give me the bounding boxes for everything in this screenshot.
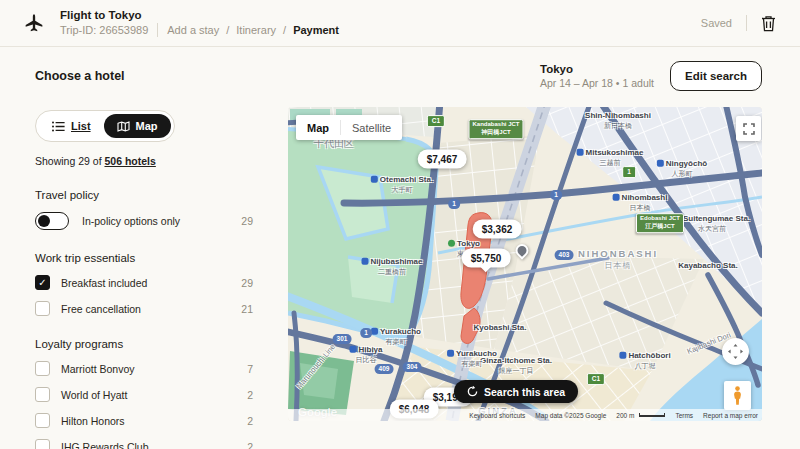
trip-title: Flight to Tokyo — [60, 9, 339, 21]
filter-checkbox[interactable] — [35, 275, 50, 290]
route-shield: C1 — [587, 373, 605, 385]
route-shield: 409 — [375, 364, 394, 374]
metro-icon — [349, 346, 356, 353]
search-this-area-button[interactable]: Search this area — [454, 380, 578, 403]
metro-icon — [613, 194, 620, 201]
hotel-price-marker[interactable]: $5,750 — [462, 249, 511, 268]
filter-row: Free cancellation21 — [35, 301, 253, 316]
report-map-error-link[interactable]: Report a map error — [703, 412, 758, 419]
filter-label: Free cancellation — [61, 303, 141, 315]
map-place-name-jp: 二重橋前 — [361, 268, 422, 276]
junction-name: Edobashi JCT — [640, 215, 680, 223]
metro-icon — [371, 176, 378, 183]
filter-label: Marriott Bonvoy — [61, 363, 135, 375]
breadcrumb-separator: / — [226, 24, 229, 36]
divider — [746, 15, 747, 31]
fullscreen-button[interactable] — [736, 116, 761, 141]
map-place-name: Otemachi Sta. — [371, 175, 433, 184]
map-place-name: Yurakucho — [447, 349, 497, 358]
trip-meta-row: Trip-ID: 26653989 Add a stay/Itinerary/P… — [60, 23, 339, 37]
map-place-label: Hatchōbori八丁堀 — [619, 344, 670, 370]
route-shield: 304 — [403, 362, 422, 372]
map-place-name-jp: 千代田区 — [306, 138, 361, 150]
pegman-control[interactable] — [724, 381, 751, 410]
trash-icon[interactable] — [761, 15, 776, 32]
filter-row: World of Hyatt2 — [35, 387, 253, 402]
refresh-icon — [467, 386, 478, 397]
results-count: Showing 29 of 506 hotels — [35, 155, 253, 167]
route-shield: 301 — [333, 334, 352, 344]
map-place-label: Hibiya日比谷 — [349, 338, 382, 364]
map-view-button[interactable]: Map — [104, 114, 171, 138]
tree-icon — [448, 240, 455, 247]
map-type-map[interactable]: Map — [296, 122, 340, 134]
top-bar-right: Saved — [701, 15, 800, 32]
filter-count: 21 — [241, 303, 253, 315]
route-shield: 1 — [622, 166, 636, 178]
breadcrumb-item[interactable]: Payment — [293, 24, 339, 36]
filter-label: Hilton Honors — [61, 415, 125, 427]
page-title: Choose a hotel — [35, 69, 125, 83]
filter-checkbox[interactable] — [35, 361, 50, 376]
filter-checkbox[interactable] — [35, 387, 50, 402]
terms-link[interactable]: Terms — [675, 412, 693, 419]
pegman-icon — [732, 386, 743, 406]
map-place-name: Tokyo — [448, 239, 480, 248]
junction-name-jp: 江戸橋JCT — [640, 223, 680, 231]
filter-checkbox[interactable] — [35, 439, 50, 449]
metro-icon — [577, 149, 584, 156]
filter-checkbox[interactable] — [35, 301, 50, 316]
map-place-name: Mitsukoshimae — [577, 148, 644, 157]
plane-logo-icon[interactable] — [24, 13, 44, 33]
work-trip-heading: Work trip essentials — [35, 252, 253, 264]
in-policy-toggle[interactable] — [35, 212, 69, 230]
route-shield: 403 — [555, 250, 574, 260]
edit-search-button[interactable]: Edit search — [670, 61, 762, 91]
map-place-label: Otemachi Sta.大手町 — [371, 168, 433, 194]
breadcrumb-item[interactable]: Itinerary — [236, 24, 276, 36]
route-shield: 1 — [550, 190, 562, 200]
map-place-label: Ningyōchō人形町 — [657, 152, 707, 178]
results-count-link[interactable]: 506 hotels — [104, 155, 155, 167]
in-policy-label: In-policy options only — [82, 215, 180, 227]
filter-checkbox[interactable] — [35, 413, 50, 428]
breadcrumb-item[interactable]: Add a stay — [167, 24, 219, 36]
in-policy-count: 29 — [241, 215, 253, 227]
map-place-label: NIHONBASHI日本橋 — [578, 243, 658, 271]
map-type-satellite[interactable]: Satellite — [341, 122, 402, 134]
pan-control[interactable] — [722, 338, 749, 365]
hotel-price-marker[interactable]: $3,362 — [473, 220, 522, 239]
hotel-map[interactable]: Chiyoda City千代田区Otemachi Sta.大手町Nijubash… — [288, 107, 762, 421]
map-place-label: Kyobashi Sta. — [474, 316, 527, 334]
filter-count: 29 — [241, 277, 253, 289]
travel-policy-heading: Travel policy — [35, 189, 253, 201]
trip-id: Trip-ID: 26653989 — [60, 24, 148, 36]
map-data-label: Map data ©2025 Google — [535, 412, 606, 419]
hotel-price-marker[interactable]: $7,467 — [418, 150, 467, 169]
pan-arrows-icon — [728, 344, 743, 359]
top-bar: Flight to Tokyo Trip-ID: 26653989 Add a … — [0, 0, 800, 47]
loyalty-filters: Marriott Bonvoy7World of Hyatt2Hilton Ho… — [35, 361, 253, 449]
dates-guests-label: Apr 14 – Apr 18 • 1 adult — [540, 77, 654, 89]
map-attribution: Keyboard shortcuts Map data ©2025 Google… — [288, 409, 762, 421]
keyboard-shortcuts-link[interactable]: Keyboard shortcuts — [469, 412, 525, 419]
filter-label: IHG Rewards Club — [61, 441, 149, 449]
filter-count: 2 — [247, 389, 253, 401]
destination-label: Tokyo — [540, 63, 654, 75]
metro-icon — [657, 160, 664, 167]
map-place-label: Nijubashimae二重橋前 — [361, 250, 422, 276]
search-this-area-label: Search this area — [484, 386, 565, 398]
scale-bar — [639, 413, 665, 417]
map-place-name: Nijubashimae — [361, 257, 422, 266]
map-place-name: Kayabacho Sta. — [678, 261, 738, 270]
map-place-label: Yurakucho有楽町 — [447, 342, 497, 368]
map-place-name-jp: 人形町 — [657, 170, 707, 178]
scale-label: 200 m — [616, 412, 634, 419]
map-place-name-jp: 日本橋 — [578, 262, 658, 271]
map-place-name-jp: 新日本橋 — [585, 122, 651, 130]
map-place-name: Ningyōchō — [657, 159, 707, 168]
filter-row: Marriott Bonvoy7 — [35, 361, 253, 376]
route-shield: 1 — [360, 328, 372, 338]
list-view-button[interactable]: List — [39, 114, 104, 138]
filter-count: 2 — [247, 415, 253, 427]
